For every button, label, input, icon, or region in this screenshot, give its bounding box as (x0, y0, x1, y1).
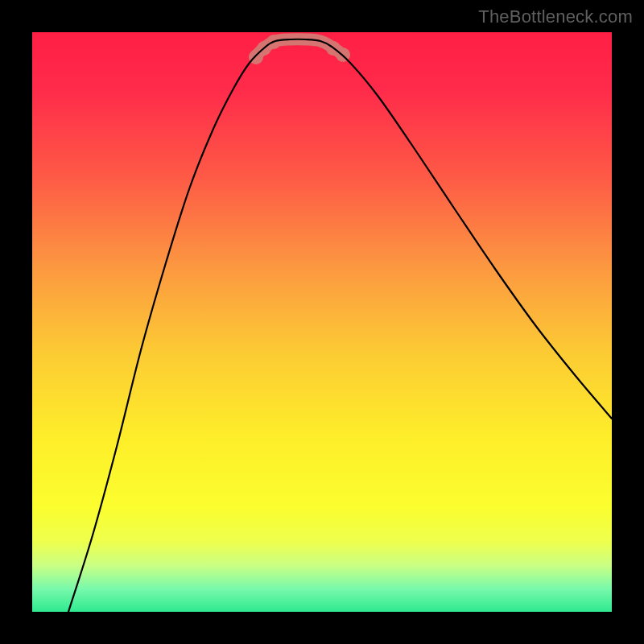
heatmap-gradient (32, 32, 612, 612)
watermark-text: TheBottleneck.com (478, 6, 633, 27)
plot-area (32, 32, 612, 612)
svg-rect-0 (32, 32, 612, 612)
chart-frame: TheBottleneck.com (0, 0, 644, 644)
